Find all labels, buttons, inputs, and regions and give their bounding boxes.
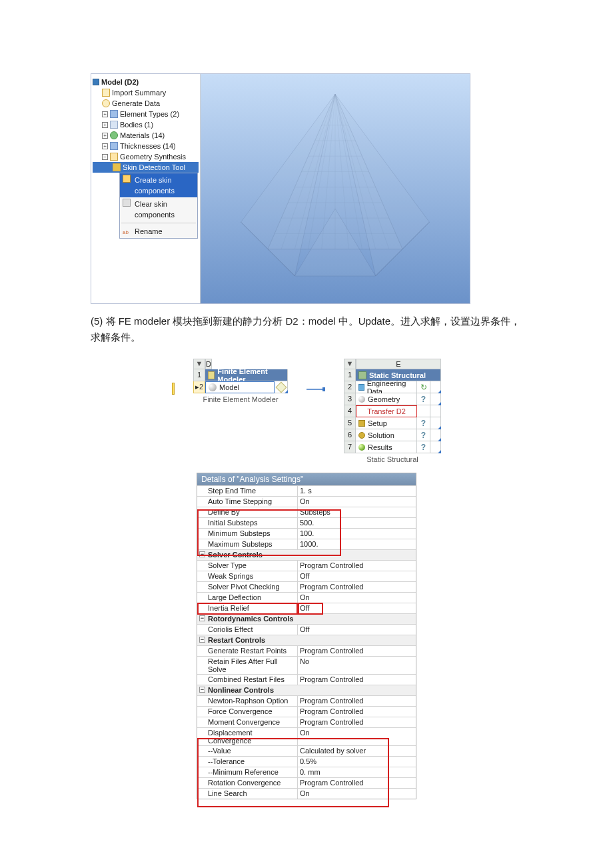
model-tree-viewport: Model (D2) Import Summary Generate Data … <box>91 73 470 304</box>
question-icon: ? <box>421 443 426 452</box>
tree-root-label: Model (D2) <box>101 77 139 87</box>
outline-tree[interactable]: Model (D2) Import Summary Generate Data … <box>91 74 201 303</box>
row-gen-restart[interactable]: Generate Restart PointsProgram Controlle… <box>197 645 416 656</box>
row-weak-springs[interactable]: Weak SpringsOff <box>197 571 416 581</box>
instruction-text: (5) 将 FE modeler 模块拖到新建的静力分析 D2：model 中。… <box>91 313 522 345</box>
doc-icon <box>102 89 110 97</box>
question-icon: ? <box>421 419 426 428</box>
rename-icon <box>123 226 131 234</box>
fem-icon <box>208 371 215 379</box>
cell-engineering-data[interactable]: Engineering Data <box>356 381 417 393</box>
tree-item-import-summary[interactable]: Import Summary <box>93 87 199 98</box>
tree-item-bodies[interactable]: +Bodies (1) <box>93 119 199 130</box>
cell-setup[interactable]: Setup <box>356 417 417 429</box>
thick-icon <box>110 142 118 150</box>
row-retain-files[interactable]: Retain Files After Full SolveNo <box>197 656 416 674</box>
row-combined-restart[interactable]: Combined Restart FilesProgram Controlled <box>197 674 416 685</box>
row-rotation-conv[interactable]: Rotation ConvergenceProgram Controlled <box>197 777 416 788</box>
row-inertia-relief[interactable]: Inertia ReliefOff <box>197 603 416 613</box>
collapse-icon[interactable]: − <box>199 551 205 557</box>
row-minimum-substeps[interactable]: Minimum Substeps100. <box>197 528 416 539</box>
gen-icon <box>102 99 110 107</box>
expand-icon[interactable]: + <box>102 143 108 149</box>
row-initial-substeps[interactable]: Initial Substeps500. <box>197 517 416 528</box>
clear-skin-icon <box>123 199 131 207</box>
row-solver-type[interactable]: Solver TypeProgram Controlled <box>197 560 416 571</box>
row-step-end-time[interactable]: Step End Time1. s <box>197 485 416 496</box>
mat-icon <box>110 131 118 139</box>
system-E[interactable]: ▼E 1Static Structural 2Engineering Data↻… <box>344 359 441 463</box>
model-icon <box>93 79 99 85</box>
col-dropdown-E[interactable]: ▼ <box>344 359 356 369</box>
cat-rotordynamics[interactable]: −Rotordynamics Controls <box>197 613 416 624</box>
cell-geometry[interactable]: Geometry <box>356 393 417 405</box>
engdata-icon <box>358 384 364 391</box>
ctx-rename[interactable]: Rename <box>120 225 197 238</box>
tree-item-materials[interactable]: +Materials (14) <box>93 130 199 141</box>
elem-icon <box>110 110 118 118</box>
collapse-icon[interactable]: − <box>199 687 205 693</box>
ctx-create-skin[interactable]: Create skin components <box>120 173 197 197</box>
cell-fem-title[interactable]: Finite Element Modeler <box>205 369 288 381</box>
refresh-icon: ↻ <box>420 383 427 392</box>
row-min-ref[interactable]: --Minimum Reference0. mm <box>197 767 416 777</box>
tree-item-geometry-synthesis[interactable]: −Geometry Synthesis <box>93 151 199 162</box>
results-icon <box>358 444 365 451</box>
system-D[interactable]: ▼D 1Finite Element Modeler ▸2Model Finit… <box>193 359 288 403</box>
create-skin-icon <box>123 175 131 183</box>
expand-icon[interactable]: + <box>102 111 108 117</box>
row-num: 1 <box>193 369 205 381</box>
row-force-conv[interactable]: Force ConvergenceProgram Controlled <box>197 706 416 717</box>
row-moment-conv[interactable]: Moment ConvergenceProgram Controlled <box>197 717 416 727</box>
geom-icon <box>110 153 118 161</box>
selection-marker <box>172 383 175 395</box>
row-disp-conv[interactable]: Displacement ConvergenceOn <box>197 727 416 745</box>
row-newton-raphson[interactable]: Newton-Raphson OptionProgram Controlled <box>197 695 416 706</box>
cell-status <box>275 381 288 393</box>
ctx-clear-skin[interactable]: Clear skin components <box>120 197 197 221</box>
expand-icon[interactable]: + <box>102 122 108 128</box>
row-auto-time-stepping[interactable]: Auto Time SteppingOn <box>197 496 416 507</box>
row-solver-pivot[interactable]: Solver Pivot CheckingProgram Controlled <box>197 581 416 592</box>
details-pane[interactable]: Details of "Analysis Settings" Step End … <box>197 473 416 799</box>
collapse-icon[interactable]: − <box>199 637 205 643</box>
context-menu: Create skin components Clear skin compon… <box>119 173 198 239</box>
tree-item-thicknesses[interactable]: +Thicknesses (14) <box>93 141 199 151</box>
setup-icon <box>358 420 365 427</box>
details-title: Details of "Analysis Settings" <box>197 473 416 485</box>
row-value[interactable]: --ValueCalculated by solver <box>197 745 416 756</box>
collapse-icon[interactable]: − <box>199 615 205 621</box>
cat-restart[interactable]: −Restart Controls <box>197 635 416 645</box>
tree-root[interactable]: Model (D2) <box>93 77 199 87</box>
project-schematic: ▼D 1Finite Element Modeler ▸2Model Finit… <box>91 359 522 463</box>
question-icon: ? <box>421 431 426 440</box>
cell-solution[interactable]: Solution <box>356 429 417 441</box>
row-line-search[interactable]: Line SearchOn <box>197 788 416 799</box>
system-caption-D: Finite Element Modeler <box>193 395 288 403</box>
system-caption-E: Static Structural <box>344 455 441 463</box>
tree-item-skin-detection[interactable]: Skin Detection Tool <box>93 162 199 173</box>
skin-tool-icon <box>113 163 121 171</box>
row-tolerance[interactable]: --Tolerance0.5% <box>197 756 416 767</box>
model-icon <box>209 383 217 391</box>
collapse-icon[interactable]: − <box>102 154 108 160</box>
row-coriolis[interactable]: Coriolis EffectOff <box>197 624 416 635</box>
cell-transfer[interactable]: Transfer D2 <box>356 405 417 417</box>
3d-viewport[interactable] <box>201 74 470 303</box>
col-header-D: D <box>205 359 212 369</box>
cat-nonlinear[interactable]: −Nonlinear Controls <box>197 685 416 695</box>
expand-icon[interactable]: + <box>102 133 108 139</box>
cat-solver-controls[interactable]: −Solver Controls <box>197 549 416 560</box>
tree-item-element-types[interactable]: +Element Types (2) <box>93 109 199 119</box>
question-icon: ? <box>421 395 426 404</box>
row-maximum-substeps[interactable]: Maximum Substeps1000. <box>197 539 416 549</box>
col-dropdown-D[interactable]: ▼ <box>193 359 205 369</box>
cell-model[interactable]: Model <box>205 381 275 393</box>
tree-item-generate-data[interactable]: Generate Data <box>93 98 199 109</box>
cell-results[interactable]: Results <box>356 441 417 453</box>
body-icon <box>110 121 118 129</box>
link-connector <box>306 359 325 412</box>
ctx-separator <box>121 223 196 223</box>
row-define-by[interactable]: Define BySubsteps <box>197 507 416 517</box>
row-large-deflection[interactable]: Large DeflectionOn <box>197 592 416 603</box>
